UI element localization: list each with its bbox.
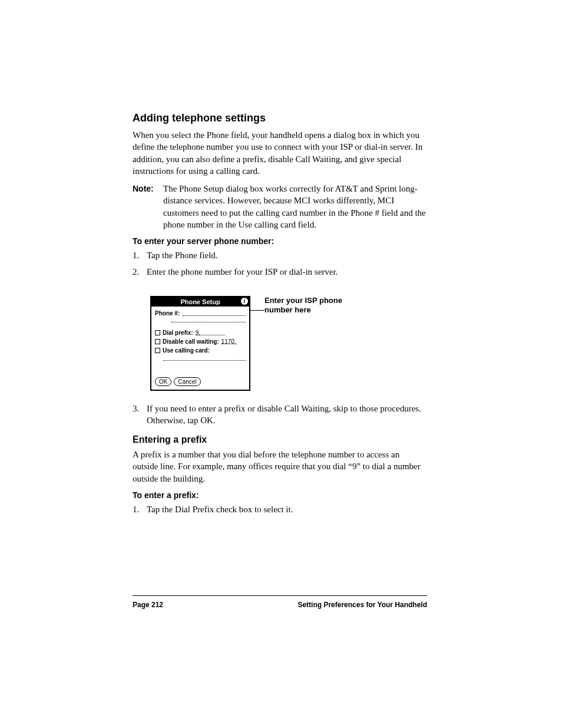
heading-adding-telephone: Adding telephone settings (133, 112, 427, 124)
figure-phone-setup: Phone Setup i Phone #: Dial prefix: 9, (150, 296, 427, 391)
dialog-body: Phone #: Dial prefix: 9, Disable call wa… (151, 307, 249, 375)
note-block: Note: The Phone Setup dialog box works c… (133, 183, 427, 230)
procedure-heading-prefix: To enter a prefix: (133, 490, 427, 500)
note-label: Note: (133, 183, 163, 230)
disable-call-waiting-input[interactable]: 1170, (222, 338, 237, 344)
phone-number-row: Phone #: (155, 310, 246, 317)
use-calling-card-row: Use calling card: (155, 347, 246, 354)
step-3: 3.If you need to enter a prefix or disab… (133, 403, 427, 427)
phone-setup-dialog: Phone Setup i Phone #: Dial prefix: 9, (150, 296, 250, 391)
prefix-intro: A prefix is a number that you dial befor… (133, 449, 427, 485)
use-calling-card-checkbox[interactable] (155, 348, 160, 353)
phone-number-label: Phone #: (155, 310, 180, 317)
dialog-button-row: OK Cancel (151, 375, 249, 390)
use-calling-card-label: Use calling card: (163, 347, 210, 354)
prefix-step-1: 1.Tap the Dial Prefix check box to selec… (133, 503, 427, 515)
disable-call-waiting-label: Disable call waiting: (163, 338, 219, 345)
page-content: Adding telephone settings When you selec… (133, 112, 427, 520)
disable-call-waiting-checkbox[interactable] (155, 339, 160, 344)
ok-button[interactable]: OK (155, 377, 171, 386)
intro-paragraph: When you select the Phone field, your ha… (133, 129, 427, 177)
callout-text: Enter your ISP phone number here (265, 296, 359, 316)
dial-prefix-input[interactable]: 9, (196, 330, 225, 335)
step-2: 2.Enter the phone number for your ISP or… (133, 266, 427, 278)
phone-number-input[interactable] (182, 310, 246, 316)
info-icon[interactable]: i (241, 298, 248, 305)
heading-entering-prefix: Entering a prefix (133, 434, 427, 445)
callout-leader-line (250, 310, 265, 311)
dialog-titlebar: Phone Setup i (151, 297, 249, 307)
cancel-button[interactable]: Cancel (174, 377, 200, 386)
page-number: Page 212 (133, 601, 163, 609)
steps-list-1b: 3.If you need to enter a prefix or disab… (133, 403, 427, 427)
page-footer: Page 212 Setting Preferences for Your Ha… (133, 595, 427, 609)
procedure-heading-server-phone: To enter your server phone number: (133, 236, 427, 246)
disable-call-waiting-row: Disable call waiting: 1170, (155, 338, 246, 345)
phone-number-input-line2[interactable] (171, 318, 246, 322)
steps-list-1: 1.Tap the Phone field. 2.Enter the phone… (133, 249, 427, 278)
dial-prefix-row: Dial prefix: 9, (155, 330, 246, 336)
dial-prefix-checkbox[interactable] (155, 330, 160, 335)
dialog-title-text: Phone Setup (180, 298, 220, 305)
steps-list-2: 1.Tap the Dial Prefix check box to selec… (133, 503, 427, 515)
note-text: The Phone Setup dialog box works correct… (163, 183, 427, 230)
calling-card-input[interactable] (163, 356, 246, 361)
step-1: 1.Tap the Phone field. (133, 249, 427, 261)
dial-prefix-label: Dial prefix: (163, 330, 193, 336)
chapter-title: Setting Preferences for Your Handheld (297, 601, 427, 609)
